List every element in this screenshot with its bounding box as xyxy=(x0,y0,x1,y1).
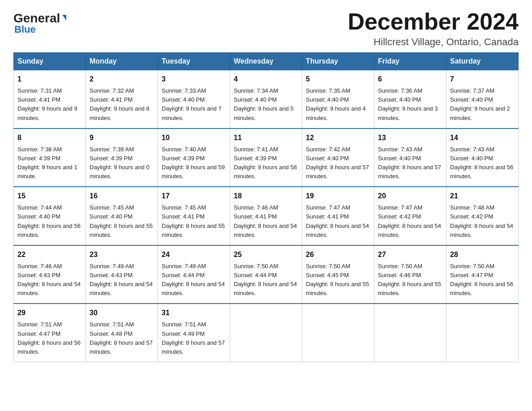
day-number: 31 xyxy=(162,308,226,318)
day-info: Sunrise: 7:49 AM Sunset: 4:44 PM Dayligh… xyxy=(162,262,226,298)
col-wednesday: Wednesday xyxy=(230,53,302,70)
day-info: Sunrise: 7:45 AM Sunset: 4:40 PM Dayligh… xyxy=(90,203,154,240)
day-info: Sunrise: 7:40 AM Sunset: 4:39 PM Dayligh… xyxy=(162,145,226,181)
table-row: 22 Sunrise: 7:48 AM Sunset: 4:43 PM Dayl… xyxy=(14,245,86,304)
day-number: 23 xyxy=(90,249,154,260)
day-info: Sunrise: 7:50 AM Sunset: 4:45 PM Dayligh… xyxy=(306,262,370,298)
day-info: Sunrise: 7:43 AM Sunset: 4:40 PM Dayligh… xyxy=(450,145,515,181)
day-number: 11 xyxy=(234,133,298,143)
table-row: 2 Sunrise: 7:32 AM Sunset: 4:41 PM Dayli… xyxy=(86,70,158,128)
day-info: Sunrise: 7:42 AM Sunset: 4:40 PM Dayligh… xyxy=(306,145,370,181)
day-info: Sunrise: 7:36 AM Sunset: 4:40 PM Dayligh… xyxy=(378,86,442,123)
day-info: Sunrise: 7:43 AM Sunset: 4:40 PM Dayligh… xyxy=(378,145,442,181)
table-row xyxy=(374,304,446,362)
day-info: Sunrise: 7:41 AM Sunset: 4:39 PM Dayligh… xyxy=(234,145,298,181)
logo-triangle-icon xyxy=(62,15,66,21)
table-row: 7 Sunrise: 7:37 AM Sunset: 4:40 PM Dayli… xyxy=(446,70,519,128)
day-info: Sunrise: 7:33 AM Sunset: 4:40 PM Dayligh… xyxy=(162,86,226,123)
day-info: Sunrise: 7:45 AM Sunset: 4:41 PM Dayligh… xyxy=(162,203,226,240)
day-info: Sunrise: 7:49 AM Sunset: 4:43 PM Dayligh… xyxy=(90,262,154,298)
day-number: 21 xyxy=(450,191,515,201)
table-row xyxy=(230,304,302,362)
day-info: Sunrise: 7:37 AM Sunset: 4:40 PM Dayligh… xyxy=(450,86,515,123)
col-sunday: Sunday xyxy=(14,53,86,70)
day-number: 4 xyxy=(234,74,298,85)
day-number: 10 xyxy=(162,133,226,143)
table-row: 28 Sunrise: 7:50 AM Sunset: 4:47 PM Dayl… xyxy=(446,245,519,304)
table-row: 1 Sunrise: 7:31 AM Sunset: 4:41 PM Dayli… xyxy=(14,70,86,128)
logo-blue-text: Blue xyxy=(14,24,36,35)
page-title: December 2024 xyxy=(348,9,519,34)
day-info: Sunrise: 7:34 AM Sunset: 4:40 PM Dayligh… xyxy=(234,86,298,123)
logo: General Blue xyxy=(13,9,66,35)
col-friday: Friday xyxy=(374,53,446,70)
day-info: Sunrise: 7:47 AM Sunset: 4:42 PM Dayligh… xyxy=(378,203,442,240)
table-row: 9 Sunrise: 7:39 AM Sunset: 4:39 PM Dayli… xyxy=(86,128,158,187)
table-row: 17 Sunrise: 7:45 AM Sunset: 4:41 PM Dayl… xyxy=(158,187,230,245)
day-number: 7 xyxy=(450,74,515,85)
table-row: 11 Sunrise: 7:41 AM Sunset: 4:39 PM Dayl… xyxy=(230,128,302,187)
day-number: 19 xyxy=(306,191,370,201)
day-info: Sunrise: 7:46 AM Sunset: 4:41 PM Dayligh… xyxy=(234,203,298,240)
table-row: 13 Sunrise: 7:43 AM Sunset: 4:40 PM Dayl… xyxy=(374,128,446,187)
title-block: December 2024 Hillcrest Village, Ontario… xyxy=(348,9,519,48)
day-number: 20 xyxy=(378,191,442,201)
calendar-table: Sunday Monday Tuesday Wednesday Thursday… xyxy=(13,52,519,362)
day-info: Sunrise: 7:44 AM Sunset: 4:40 PM Dayligh… xyxy=(17,203,82,240)
day-info: Sunrise: 7:51 AM Sunset: 4:48 PM Dayligh… xyxy=(90,320,154,356)
day-number: 8 xyxy=(17,133,82,143)
day-number: 13 xyxy=(378,133,442,143)
day-number: 25 xyxy=(234,249,298,260)
col-tuesday: Tuesday xyxy=(158,53,230,70)
table-row: 26 Sunrise: 7:50 AM Sunset: 4:45 PM Dayl… xyxy=(302,245,374,304)
day-info: Sunrise: 7:47 AM Sunset: 4:41 PM Dayligh… xyxy=(306,203,370,240)
day-info: Sunrise: 7:51 AM Sunset: 4:47 PM Dayligh… xyxy=(17,320,82,356)
day-number: 9 xyxy=(90,133,154,143)
table-row: 12 Sunrise: 7:42 AM Sunset: 4:40 PM Dayl… xyxy=(302,128,374,187)
page-subtitle: Hillcrest Village, Ontario, Canada xyxy=(348,36,519,48)
table-row: 3 Sunrise: 7:33 AM Sunset: 4:40 PM Dayli… xyxy=(158,70,230,128)
day-number: 26 xyxy=(306,249,370,260)
table-row xyxy=(302,304,374,362)
day-number: 5 xyxy=(306,74,370,85)
col-thursday: Thursday xyxy=(302,53,374,70)
day-number: 22 xyxy=(17,249,82,260)
table-row: 19 Sunrise: 7:47 AM Sunset: 4:41 PM Dayl… xyxy=(302,187,374,245)
col-monday: Monday xyxy=(86,53,158,70)
day-info: Sunrise: 7:50 AM Sunset: 4:47 PM Dayligh… xyxy=(450,262,515,298)
table-row: 6 Sunrise: 7:36 AM Sunset: 4:40 PM Dayli… xyxy=(374,70,446,128)
day-number: 27 xyxy=(378,249,442,260)
table-row: 23 Sunrise: 7:49 AM Sunset: 4:43 PM Dayl… xyxy=(86,245,158,304)
table-row: 30 Sunrise: 7:51 AM Sunset: 4:48 PM Dayl… xyxy=(86,304,158,362)
day-number: 24 xyxy=(162,249,226,260)
day-info: Sunrise: 7:39 AM Sunset: 4:39 PM Dayligh… xyxy=(90,145,154,181)
table-row: 14 Sunrise: 7:43 AM Sunset: 4:40 PM Dayl… xyxy=(446,128,519,187)
table-row: 5 Sunrise: 7:35 AM Sunset: 4:40 PM Dayli… xyxy=(302,70,374,128)
day-info: Sunrise: 7:48 AM Sunset: 4:43 PM Dayligh… xyxy=(17,262,82,298)
table-row: 27 Sunrise: 7:50 AM Sunset: 4:46 PM Dayl… xyxy=(374,245,446,304)
day-number: 3 xyxy=(162,74,226,85)
day-info: Sunrise: 7:50 AM Sunset: 4:46 PM Dayligh… xyxy=(378,262,442,298)
day-info: Sunrise: 7:38 AM Sunset: 4:39 PM Dayligh… xyxy=(17,145,82,181)
day-number: 17 xyxy=(162,191,226,201)
day-info: Sunrise: 7:31 AM Sunset: 4:41 PM Dayligh… xyxy=(17,86,82,123)
day-info: Sunrise: 7:48 AM Sunset: 4:42 PM Dayligh… xyxy=(450,203,515,240)
table-row: 15 Sunrise: 7:44 AM Sunset: 4:40 PM Dayl… xyxy=(14,187,86,245)
day-info: Sunrise: 7:51 AM Sunset: 4:49 PM Dayligh… xyxy=(162,320,226,356)
table-row: 24 Sunrise: 7:49 AM Sunset: 4:44 PM Dayl… xyxy=(158,245,230,304)
table-row: 8 Sunrise: 7:38 AM Sunset: 4:39 PM Dayli… xyxy=(14,128,86,187)
day-info: Sunrise: 7:50 AM Sunset: 4:44 PM Dayligh… xyxy=(234,262,298,298)
page-header: General Blue December 2024 Hillcrest Vil… xyxy=(13,9,519,48)
table-row: 10 Sunrise: 7:40 AM Sunset: 4:39 PM Dayl… xyxy=(158,128,230,187)
table-row: 18 Sunrise: 7:46 AM Sunset: 4:41 PM Dayl… xyxy=(230,187,302,245)
day-number: 2 xyxy=(90,74,154,85)
calendar-header-row: Sunday Monday Tuesday Wednesday Thursday… xyxy=(14,53,519,70)
day-number: 29 xyxy=(17,308,82,318)
table-row: 4 Sunrise: 7:34 AM Sunset: 4:40 PM Dayli… xyxy=(230,70,302,128)
table-row: 16 Sunrise: 7:45 AM Sunset: 4:40 PM Dayl… xyxy=(86,187,158,245)
day-number: 12 xyxy=(306,133,370,143)
day-number: 6 xyxy=(378,74,442,85)
table-row: 25 Sunrise: 7:50 AM Sunset: 4:44 PM Dayl… xyxy=(230,245,302,304)
day-number: 1 xyxy=(17,74,82,85)
day-number: 16 xyxy=(90,191,154,201)
